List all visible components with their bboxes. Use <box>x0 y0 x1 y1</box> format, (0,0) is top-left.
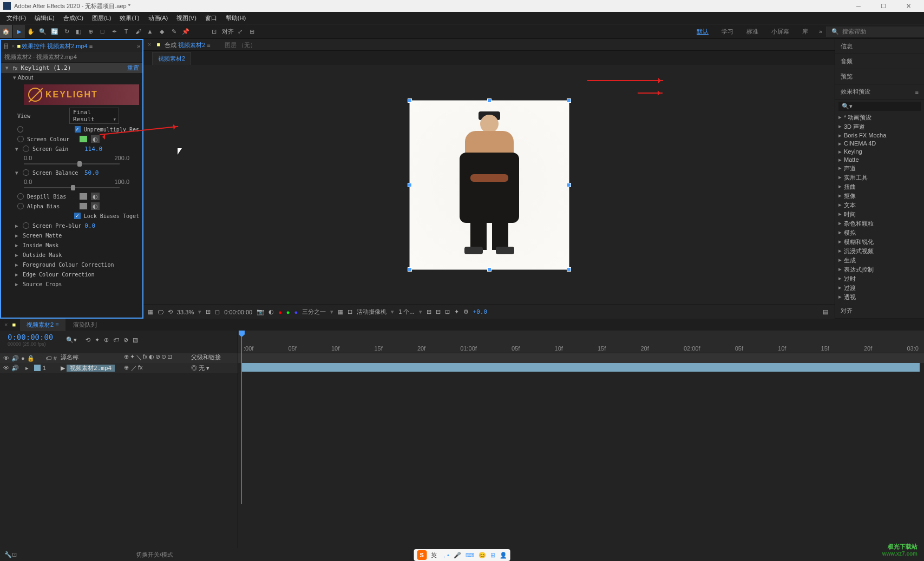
workspace-more[interactable]: » <box>815 25 827 38</box>
workspace-lib[interactable]: 库 <box>796 25 815 38</box>
preset-category[interactable]: ▸扭曲 <box>835 182 924 192</box>
status-icon[interactable]: ⊡ <box>12 551 17 558</box>
resize-handle[interactable] <box>567 267 571 272</box>
screen-balance-value[interactable]: 50.0 <box>84 169 99 176</box>
preset-list[interactable]: ▸* 动画预设▸3D 声道▸Boris FX Mocha▸CINEMA 4D▸K… <box>835 113 924 303</box>
channel-icon[interactable]: ● <box>278 309 282 315</box>
workspace-default[interactable]: 默认 <box>690 25 715 38</box>
ec-tab[interactable]: 效果控件 视频素材2.mp4 ≡ <box>22 42 93 50</box>
stopwatch-icon[interactable] <box>17 126 23 133</box>
tl-icon[interactable]: ✦ <box>95 336 100 344</box>
footer-icon[interactable]: ◻ <box>215 308 220 315</box>
timecode[interactable]: 0:00:00:00 <box>8 333 53 341</box>
footer-icon[interactable]: ▤ <box>823 308 828 315</box>
layer-name[interactable]: 视频素材2.mp4 <box>67 365 115 372</box>
brush-tool[interactable]: 🖌 <box>132 25 144 38</box>
zoom-tool[interactable]: 🔍 <box>37 25 49 38</box>
preset-category[interactable]: ▸过时 <box>835 274 924 283</box>
preset-category[interactable]: ▸Keying <box>835 148 924 156</box>
snapshot-icon[interactable]: 📷 <box>257 308 264 315</box>
preset-category[interactable]: ▸透视 <box>835 293 924 302</box>
view-dropdown[interactable]: Final Result <box>69 108 119 124</box>
stopwatch-icon[interactable] <box>23 222 29 229</box>
maximize-button[interactable]: ☐ <box>871 0 896 12</box>
panel-more-icon[interactable]: » <box>137 43 140 49</box>
exposure-value[interactable]: +0.0 <box>473 308 488 315</box>
preset-category[interactable]: ▸文本 <box>835 201 924 210</box>
footer-icon[interactable]: ⊞ <box>427 308 431 315</box>
solo-column-icon[interactable]: ● <box>21 355 25 361</box>
footer-icon[interactable]: ⊞ <box>206 308 211 315</box>
preset-category[interactable]: ▸声道 <box>835 164 924 173</box>
screen-gain-value[interactable]: 114.0 <box>84 146 102 153</box>
preset-category[interactable]: ▸抠像 <box>835 192 924 201</box>
minimize-button[interactable]: ─ <box>846 0 871 12</box>
audio-panel-header[interactable]: 音频 <box>835 54 924 69</box>
camera-tool[interactable]: ◧ <box>73 25 84 38</box>
tl-icon[interactable]: ⊘ <box>123 336 128 344</box>
menu-window[interactable]: 窗口 <box>201 14 221 22</box>
preset-category[interactable]: ▸时间 <box>835 210 924 219</box>
footer-icon[interactable]: ◐ <box>268 308 274 315</box>
lock-biases-checkbox[interactable]: ✓ <box>74 213 81 219</box>
toggle-switches-label[interactable]: 切换开关/模式 <box>136 551 173 559</box>
tl-icon[interactable]: 🏷 <box>113 336 119 343</box>
screen-gain-slider[interactable] <box>24 161 120 167</box>
footer-icon[interactable]: 🖵 <box>158 309 163 315</box>
workspace-learn[interactable]: 学习 <box>715 25 740 38</box>
eye-column-icon[interactable]: 👁 <box>3 355 9 361</box>
collapsed-property[interactable]: ▸Source Crops <box>11 279 142 289</box>
zoom-dropdown[interactable]: 33.3% <box>177 309 194 315</box>
footer-icon[interactable]: ▦ <box>338 308 343 315</box>
screen-balance-slider[interactable] <box>24 185 120 190</box>
tl-icon[interactable]: ▧ <box>133 336 138 344</box>
resize-handle[interactable] <box>408 183 412 187</box>
views-dropdown[interactable]: 1 个... <box>398 308 414 316</box>
menu-effect[interactable]: 效果(T) <box>115 14 143 22</box>
resize-handle[interactable] <box>487 98 492 103</box>
time-ruler[interactable]: :00f05f10f15f20f01:00f05f10f15f20f02:00f… <box>238 331 924 353</box>
snap-opt2[interactable]: ⊞ <box>246 25 258 38</box>
home-button[interactable]: 🏠 <box>0 25 12 38</box>
preset-category[interactable]: ▸* 动画预设 <box>835 113 924 122</box>
workspace-small[interactable]: 小屏幕 <box>765 25 796 38</box>
preblur-value[interactable]: 0.0 <box>84 222 95 229</box>
parent-pickwhip-icon[interactable]: ◎ <box>191 365 197 371</box>
effects-presets-header[interactable]: 效果和预设≡ <box>835 84 924 100</box>
reset-button[interactable]: 重置 <box>127 64 139 72</box>
resize-handle[interactable] <box>567 183 571 187</box>
despill-swatch[interactable] <box>79 193 88 200</box>
disclosure-icon[interactable]: ▾ <box>14 169 19 176</box>
search-icon[interactable]: 🔍▾ <box>66 336 77 344</box>
about-label[interactable]: About <box>17 74 33 81</box>
info-panel-header[interactable]: 信息 <box>835 39 924 54</box>
puppet-tool[interactable]: 📌 <box>180 25 192 38</box>
disclosure-icon[interactable]: ▾ <box>4 64 10 71</box>
layer-row[interactable]: 👁 🔊 ▸ 1 ▶ 视频素材2.mp4 ⊕／fx ◎ 无 ▾ <box>0 363 238 373</box>
fx-badge-icon[interactable]: fx <box>13 65 18 71</box>
preset-category[interactable]: ▸Boris FX Mocha <box>835 131 924 140</box>
collapsed-property[interactable]: ▸Edge Colour Correction <box>11 269 142 279</box>
text-tool[interactable]: T <box>120 25 132 38</box>
rect-tool[interactable]: □ <box>96 25 108 38</box>
collapsed-property[interactable]: ▸Outside Mask <box>11 250 142 260</box>
collapsed-property[interactable]: ▸Screen Matte <box>11 230 142 240</box>
align-panel-header[interactable]: 对齐 <box>835 303 924 319</box>
stopwatch-icon[interactable] <box>17 193 24 200</box>
rotate-tool[interactable]: ↻ <box>61 25 73 38</box>
workspace-standard[interactable]: 标准 <box>740 25 765 38</box>
unpremult-checkbox[interactable]: ✓ <box>75 126 81 133</box>
menu-file[interactable]: 文件(F) <box>2 14 30 22</box>
label-color[interactable] <box>34 365 41 371</box>
timeline-tab[interactable]: 视频素材2 ≡ <box>20 319 65 331</box>
menu-view[interactable]: 视图(V) <box>172 14 201 22</box>
comp-tab[interactable]: 合成 视频素材2 ≡ <box>161 39 214 50</box>
lock-column-icon[interactable]: 🔒 <box>27 355 35 362</box>
eyedropper-icon[interactable]: ◐ <box>91 202 100 210</box>
audio-icon[interactable]: 🔊 <box>11 365 19 372</box>
stopwatch-icon[interactable] <box>17 203 24 209</box>
gear-icon[interactable]: ⚙ <box>463 308 469 315</box>
layer-tab[interactable]: 图层 （无） <box>214 39 267 50</box>
eraser-tool[interactable]: ◆ <box>156 25 168 38</box>
panel-menu-icon[interactable]: 目 <box>3 42 9 50</box>
